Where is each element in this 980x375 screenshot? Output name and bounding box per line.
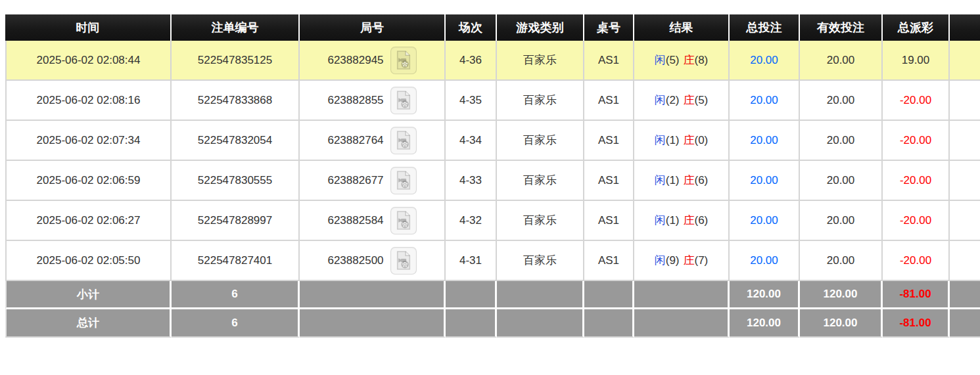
result-banker-score: (7): [695, 254, 709, 267]
cell-extra: [950, 161, 980, 201]
total-bet-link[interactable]: 20.00: [750, 134, 778, 146]
cell-extra: [950, 241, 980, 281]
col-header-session: 场次: [446, 14, 497, 41]
payout-value: -20.00: [900, 174, 931, 187]
total-bet-link[interactable]: 20.00: [750, 54, 778, 66]
cell-valid-bet: 20.00: [800, 41, 883, 81]
result-banker-label: 庄: [684, 134, 695, 146]
grand-total-empty: [497, 309, 584, 338]
round-id-text: 623882677: [327, 174, 383, 187]
cell-session: 4-35: [446, 81, 497, 121]
payout-value: -20.00: [900, 94, 931, 106]
cell-valid-bet: 20.00: [800, 81, 883, 121]
result-player-label: 闲: [655, 134, 666, 146]
result-banker-score: (5): [695, 94, 709, 106]
result-player-label: 闲: [655, 214, 666, 227]
subtotal-empty: [950, 281, 980, 309]
cell-table-no: AS1: [584, 241, 634, 281]
col-header-round-id: 局号: [300, 14, 446, 41]
cell-payout: -20.00: [883, 241, 950, 281]
cell-extra: [950, 201, 980, 241]
subtotal-empty: [584, 281, 634, 309]
cell-game-type: 百家乐: [497, 41, 584, 81]
cell-result: 闲(1)庄(0): [634, 121, 730, 161]
cell-total-bet: 20.00: [730, 121, 800, 161]
col-header-payout: 总派彩: [883, 14, 950, 41]
cell-total-bet: 20.00: [730, 81, 800, 121]
video-replay-button[interactable]: [390, 47, 417, 74]
grand-total-empty: [950, 309, 980, 338]
cell-session: 4-31: [446, 241, 497, 281]
video-camera-film-icon: [395, 171, 412, 190]
result-player-score: (2): [666, 94, 680, 106]
cell-round-id: 623882500: [300, 241, 446, 281]
round-id-text: 623882945: [327, 54, 383, 67]
total-bet-link[interactable]: 20.00: [750, 214, 778, 227]
table-row: 2025-06-02 02:06:59 522547830555 6238826…: [5, 161, 980, 201]
cell-valid-bet: 20.00: [800, 121, 883, 161]
table-row: 2025-06-02 02:05:50 522547827401 6238825…: [5, 241, 980, 281]
video-replay-button[interactable]: [390, 87, 417, 114]
cell-time: 2025-06-02 02:06:27: [5, 201, 172, 241]
bet-history-table-wrap: 时间 注单编号 局号 场次 游戏类别 桌号 结果 总投注 有效投注 总派彩 20…: [5, 14, 980, 338]
cell-valid-bet: 20.00: [800, 161, 883, 201]
grand-total-total-bet: 120.00: [730, 309, 800, 338]
payout-value: -20.00: [900, 254, 931, 267]
grand-total-count: 6: [172, 309, 300, 338]
col-header-extra: [950, 14, 980, 41]
cell-time: 2025-06-02 02:08:16: [5, 81, 172, 121]
video-camera-film-icon: [395, 211, 412, 230]
result-player-score: (5): [666, 54, 680, 66]
cell-extra: [950, 81, 980, 121]
cell-extra: [950, 121, 980, 161]
video-replay-button[interactable]: [390, 167, 417, 194]
grand-total-empty: [634, 309, 730, 338]
cell-total-bet: 20.00: [730, 201, 800, 241]
round-id-text: 623882500: [327, 254, 383, 267]
cell-total-bet: 20.00: [730, 41, 800, 81]
total-bet-link[interactable]: 20.00: [750, 174, 778, 187]
cell-valid-bet: 20.00: [800, 201, 883, 241]
cell-game-type: 百家乐: [497, 161, 584, 201]
cell-table-no: AS1: [584, 161, 634, 201]
cell-result: 闲(1)庄(6): [634, 201, 730, 241]
subtotal-empty: [634, 281, 730, 309]
grand-total-empty: [446, 309, 497, 338]
result-player-score: (1): [666, 134, 680, 146]
cell-round-id: 623882855: [300, 81, 446, 121]
subtotal-empty: [300, 281, 446, 309]
total-bet-link[interactable]: 20.00: [750, 254, 778, 267]
result-banker-label: 庄: [684, 94, 695, 106]
table-row: 2025-06-02 02:06:27 522547828997 6238825…: [5, 201, 980, 241]
round-id-text: 623882584: [327, 214, 383, 227]
col-header-result: 结果: [634, 14, 730, 41]
cell-payout: 19.00: [883, 41, 950, 81]
video-replay-button[interactable]: [390, 247, 417, 275]
cell-total-bet: 20.00: [730, 241, 800, 281]
col-header-total-bet: 总投注: [730, 14, 800, 41]
grand-total-empty: [584, 309, 634, 338]
cell-round-id: 623882677: [300, 161, 446, 201]
video-replay-button[interactable]: [390, 127, 417, 154]
grand-total-payout-value: -81.00: [899, 317, 931, 329]
subtotal-valid-bet: 120.00: [800, 281, 883, 309]
cell-game-type: 百家乐: [497, 121, 584, 161]
cell-session: 4-33: [446, 161, 497, 201]
result-banker-score: (0): [695, 134, 709, 146]
result-banker-label: 庄: [684, 174, 695, 187]
header-row: 时间 注单编号 局号 场次 游戏类别 桌号 结果 总投注 有效投注 总派彩: [5, 14, 980, 41]
cell-time: 2025-06-02 02:07:34: [5, 121, 172, 161]
subtotal-payout: -81.00: [883, 281, 950, 309]
subtotal-row: 小计 6 120.00 120.00 -81.00: [5, 281, 980, 309]
subtotal-label: 小计: [5, 281, 172, 309]
video-replay-button[interactable]: [390, 207, 417, 234]
result-banker-label: 庄: [684, 54, 695, 66]
grand-total-payout: -81.00: [883, 309, 950, 338]
payout-value: 19.00: [902, 54, 930, 66]
result-player-score: (1): [666, 214, 680, 227]
result-player-label: 闲: [655, 174, 666, 187]
cell-valid-bet: 20.00: [800, 241, 883, 281]
cell-payout: -20.00: [883, 81, 950, 121]
total-bet-link[interactable]: 20.00: [750, 94, 778, 106]
cell-bet-id: 522547833868: [172, 81, 300, 121]
